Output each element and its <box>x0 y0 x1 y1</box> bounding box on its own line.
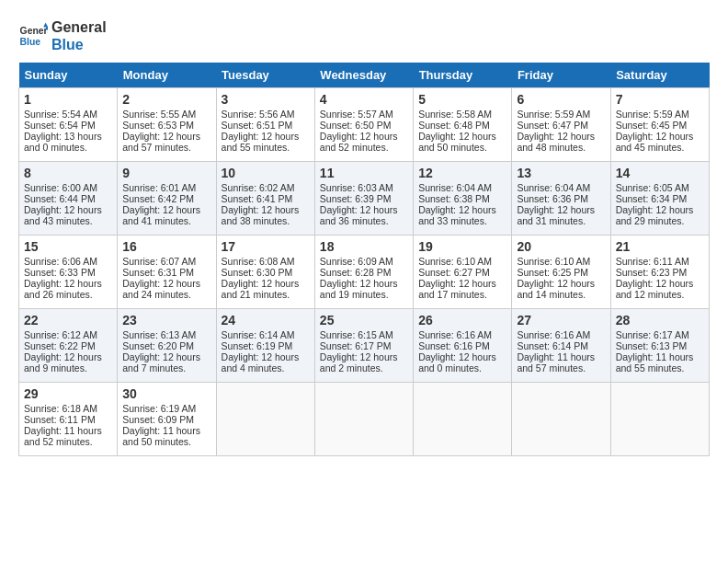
cell-info: Sunrise: 6:07 AMSunset: 6:31 PMDaylight:… <box>122 256 200 300</box>
calendar-cell: 18Sunrise: 6:09 AMSunset: 6:28 PMDayligh… <box>314 236 413 309</box>
cell-info: Sunrise: 5:58 AMSunset: 6:48 PMDaylight:… <box>418 109 496 153</box>
calendar-cell <box>512 383 610 456</box>
col-header-tuesday: Tuesday <box>216 63 314 88</box>
day-number: 21 <box>616 239 704 254</box>
cell-info: Sunrise: 6:04 AMSunset: 6:38 PMDaylight:… <box>418 182 496 226</box>
calendar-cell: 6Sunrise: 5:59 AMSunset: 6:47 PMDaylight… <box>512 88 610 162</box>
cell-info: Sunrise: 5:59 AMSunset: 6:45 PMDaylight:… <box>616 109 694 153</box>
calendar-cell: 10Sunrise: 6:02 AMSunset: 6:41 PMDayligh… <box>216 162 314 236</box>
day-number: 20 <box>517 239 605 254</box>
cell-info: Sunrise: 6:17 AMSunset: 6:13 PMDaylight:… <box>616 329 694 373</box>
day-number: 5 <box>418 92 506 107</box>
page-header: General Blue General Blue <box>18 18 710 53</box>
col-header-saturday: Saturday <box>610 63 709 88</box>
cell-info: Sunrise: 6:10 AMSunset: 6:27 PMDaylight:… <box>418 256 496 300</box>
calendar-cell: 20Sunrise: 6:10 AMSunset: 6:25 PMDayligh… <box>512 236 610 309</box>
day-number: 18 <box>320 239 408 254</box>
svg-text:Blue: Blue <box>20 37 41 47</box>
calendar-cell: 24Sunrise: 6:14 AMSunset: 6:19 PMDayligh… <box>216 309 314 383</box>
calendar-cell: 15Sunrise: 6:06 AMSunset: 6:33 PMDayligh… <box>19 236 118 309</box>
cell-info: Sunrise: 5:54 AMSunset: 6:54 PMDaylight:… <box>24 109 102 153</box>
day-number: 19 <box>418 239 506 254</box>
logo: General Blue General Blue <box>18 18 107 53</box>
calendar-cell: 11Sunrise: 6:03 AMSunset: 6:39 PMDayligh… <box>314 162 413 236</box>
cell-info: Sunrise: 6:14 AMSunset: 6:19 PMDaylight:… <box>222 329 300 373</box>
cell-info: Sunrise: 6:09 AMSunset: 6:28 PMDaylight:… <box>320 256 398 300</box>
calendar-cell <box>314 383 413 456</box>
day-number: 12 <box>418 166 506 180</box>
cell-info: Sunrise: 6:02 AMSunset: 6:41 PMDaylight:… <box>222 182 300 226</box>
day-number: 11 <box>320 166 408 180</box>
calendar-cell: 25Sunrise: 6:15 AMSunset: 6:17 PMDayligh… <box>314 309 413 383</box>
calendar-cell: 1Sunrise: 5:54 AMSunset: 6:54 PMDaylight… <box>19 88 118 162</box>
calendar-cell: 14Sunrise: 6:05 AMSunset: 6:34 PMDayligh… <box>610 162 709 236</box>
calendar-cell: 30Sunrise: 6:19 AMSunset: 6:09 PMDayligh… <box>118 383 216 456</box>
calendar-week-2: 8Sunrise: 6:00 AMSunset: 6:44 PMDaylight… <box>19 162 710 236</box>
day-number: 3 <box>222 92 310 107</box>
calendar-cell: 7Sunrise: 5:59 AMSunset: 6:45 PMDaylight… <box>610 88 709 162</box>
day-number: 1 <box>24 92 112 107</box>
calendar-cell: 12Sunrise: 6:04 AMSunset: 6:38 PMDayligh… <box>414 162 512 236</box>
day-number: 24 <box>222 313 310 327</box>
col-header-thursday: Thursday <box>414 63 512 88</box>
day-number: 28 <box>616 313 704 327</box>
day-number: 14 <box>616 166 704 180</box>
calendar-cell: 2Sunrise: 5:55 AMSunset: 6:53 PMDaylight… <box>118 88 216 162</box>
day-number: 4 <box>320 92 408 107</box>
day-number: 13 <box>517 166 605 180</box>
day-number: 25 <box>320 313 408 327</box>
cell-info: Sunrise: 6:03 AMSunset: 6:39 PMDaylight:… <box>320 182 398 226</box>
day-number: 10 <box>222 166 310 180</box>
day-number: 27 <box>517 313 605 327</box>
cell-info: Sunrise: 6:00 AMSunset: 6:44 PMDaylight:… <box>24 182 102 226</box>
svg-text:General: General <box>20 27 48 37</box>
col-header-wednesday: Wednesday <box>314 63 413 88</box>
calendar-cell: 3Sunrise: 5:56 AMSunset: 6:51 PMDaylight… <box>216 88 314 162</box>
day-number: 6 <box>517 92 605 107</box>
cell-info: Sunrise: 6:16 AMSunset: 6:14 PMDaylight:… <box>517 329 595 373</box>
calendar-week-1: 1Sunrise: 5:54 AMSunset: 6:54 PMDaylight… <box>19 88 710 162</box>
cell-info: Sunrise: 5:59 AMSunset: 6:47 PMDaylight:… <box>517 109 595 153</box>
cell-info: Sunrise: 6:19 AMSunset: 6:09 PMDaylight:… <box>122 403 200 447</box>
day-number: 23 <box>122 313 210 327</box>
logo-icon: General Blue <box>18 21 48 51</box>
day-number: 15 <box>24 239 112 254</box>
day-number: 26 <box>418 313 506 327</box>
day-number: 9 <box>122 166 210 180</box>
calendar-cell: 13Sunrise: 6:04 AMSunset: 6:36 PMDayligh… <box>512 162 610 236</box>
cell-info: Sunrise: 6:16 AMSunset: 6:16 PMDaylight:… <box>418 329 496 373</box>
calendar-cell <box>414 383 512 456</box>
calendar-cell: 21Sunrise: 6:11 AMSunset: 6:23 PMDayligh… <box>610 236 709 309</box>
calendar-cell: 9Sunrise: 6:01 AMSunset: 6:42 PMDaylight… <box>118 162 216 236</box>
cell-info: Sunrise: 5:57 AMSunset: 6:50 PMDaylight:… <box>320 109 398 153</box>
day-number: 17 <box>222 239 310 254</box>
day-number: 22 <box>24 313 112 327</box>
calendar-cell: 19Sunrise: 6:10 AMSunset: 6:27 PMDayligh… <box>414 236 512 309</box>
cell-info: Sunrise: 6:13 AMSunset: 6:20 PMDaylight:… <box>122 329 200 373</box>
calendar-cell: 23Sunrise: 6:13 AMSunset: 6:20 PMDayligh… <box>118 309 216 383</box>
cell-info: Sunrise: 6:10 AMSunset: 6:25 PMDaylight:… <box>517 256 595 300</box>
cell-info: Sunrise: 6:08 AMSunset: 6:30 PMDaylight:… <box>222 256 300 300</box>
col-header-sunday: Sunday <box>19 63 118 88</box>
calendar-week-4: 22Sunrise: 6:12 AMSunset: 6:22 PMDayligh… <box>19 309 710 383</box>
cell-info: Sunrise: 5:55 AMSunset: 6:53 PMDaylight:… <box>122 109 200 153</box>
calendar-table: SundayMondayTuesdayWednesdayThursdayFrid… <box>18 63 710 456</box>
calendar-cell: 29Sunrise: 6:18 AMSunset: 6:11 PMDayligh… <box>19 383 118 456</box>
calendar-cell: 28Sunrise: 6:17 AMSunset: 6:13 PMDayligh… <box>610 309 709 383</box>
calendar-week-3: 15Sunrise: 6:06 AMSunset: 6:33 PMDayligh… <box>19 236 710 309</box>
cell-info: Sunrise: 6:15 AMSunset: 6:17 PMDaylight:… <box>320 329 398 373</box>
cell-info: Sunrise: 6:04 AMSunset: 6:36 PMDaylight:… <box>517 182 595 226</box>
calendar-header-row: SundayMondayTuesdayWednesdayThursdayFrid… <box>19 63 710 88</box>
calendar-cell: 26Sunrise: 6:16 AMSunset: 6:16 PMDayligh… <box>414 309 512 383</box>
calendar-cell <box>610 383 709 456</box>
calendar-cell: 5Sunrise: 5:58 AMSunset: 6:48 PMDaylight… <box>414 88 512 162</box>
calendar-cell: 4Sunrise: 5:57 AMSunset: 6:50 PMDaylight… <box>314 88 413 162</box>
day-number: 29 <box>24 386 112 401</box>
day-number: 30 <box>122 386 210 401</box>
cell-info: Sunrise: 6:18 AMSunset: 6:11 PMDaylight:… <box>24 403 102 447</box>
day-number: 16 <box>122 239 210 254</box>
cell-info: Sunrise: 6:06 AMSunset: 6:33 PMDaylight:… <box>24 256 102 300</box>
day-number: 7 <box>616 92 704 107</box>
cell-info: Sunrise: 5:56 AMSunset: 6:51 PMDaylight:… <box>222 109 300 153</box>
calendar-cell: 27Sunrise: 6:16 AMSunset: 6:14 PMDayligh… <box>512 309 610 383</box>
